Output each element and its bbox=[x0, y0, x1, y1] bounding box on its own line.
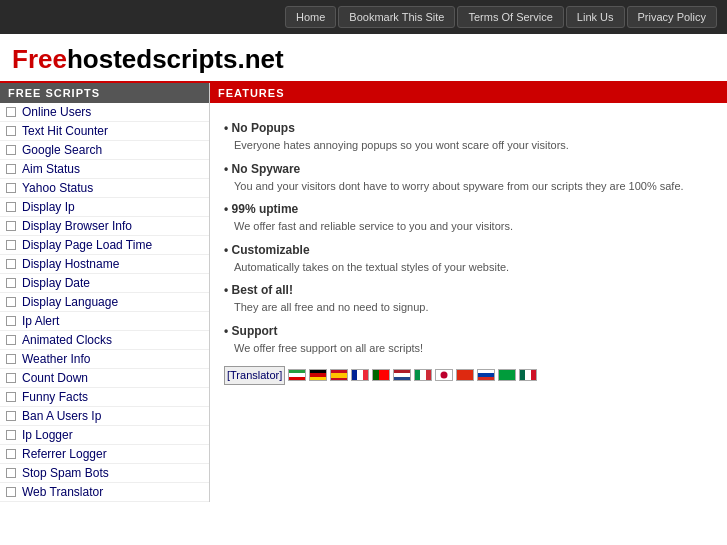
sidebar-checkbox bbox=[6, 164, 16, 174]
sidebar-item[interactable]: Referrer Logger bbox=[0, 445, 209, 464]
sidebar-item-label: Display Browser Info bbox=[22, 219, 132, 233]
sidebar-items-list: Online UsersText Hit CounterGoogle Searc… bbox=[0, 103, 209, 502]
sidebar-checkbox bbox=[6, 297, 16, 307]
sidebar-item-label: Stop Spam Bots bbox=[22, 466, 109, 480]
sidebar-item-label: Google Search bbox=[22, 143, 102, 157]
feature-description: We offer free support on all are scripts… bbox=[234, 340, 713, 357]
flag-flag-ir[interactable] bbox=[288, 369, 306, 381]
sidebar-checkbox bbox=[6, 392, 16, 402]
flag-flag-ru[interactable] bbox=[477, 369, 495, 381]
nav-home[interactable]: Home bbox=[285, 6, 336, 28]
nav-privacy[interactable]: Privacy Policy bbox=[627, 6, 717, 28]
feature-title: Support bbox=[224, 322, 713, 340]
sidebar-item-label: Aim Status bbox=[22, 162, 80, 176]
sidebar-checkbox bbox=[6, 107, 16, 117]
sidebar-item-label: Referrer Logger bbox=[22, 447, 107, 461]
sidebar-checkbox bbox=[6, 335, 16, 345]
sidebar-item-label: Web Translator bbox=[22, 485, 103, 499]
sidebar-item[interactable]: Online Users bbox=[0, 103, 209, 122]
sidebar-item-label: Funny Facts bbox=[22, 390, 88, 404]
sidebar-checkbox bbox=[6, 449, 16, 459]
sidebar-item-label: Display Hostname bbox=[22, 257, 119, 271]
sidebar-item-label: Online Users bbox=[22, 105, 91, 119]
feature-title: 99% uptime bbox=[224, 200, 713, 218]
sidebar-item[interactable]: Display Page Load Time bbox=[0, 236, 209, 255]
sidebar-checkbox bbox=[6, 202, 16, 212]
sidebar-item[interactable]: Aim Status bbox=[0, 160, 209, 179]
feature-description: Automatically takes on the textual style… bbox=[234, 259, 713, 276]
sidebar-item-label: Animated Clocks bbox=[22, 333, 112, 347]
sidebar-item[interactable]: Display Ip bbox=[0, 198, 209, 217]
sidebar-header: FREE SCRIPTS bbox=[0, 83, 209, 103]
sidebar-item[interactable]: Text Hit Counter bbox=[0, 122, 209, 141]
sidebar-item[interactable]: Stop Spam Bots bbox=[0, 464, 209, 483]
logo-free: Free bbox=[12, 44, 67, 74]
nav-bookmark[interactable]: Bookmark This Site bbox=[338, 6, 455, 28]
sidebar-item[interactable]: Yahoo Status bbox=[0, 179, 209, 198]
flag-flag-br[interactable] bbox=[498, 369, 516, 381]
feature-description: Everyone hates annoying popups so you wo… bbox=[234, 137, 713, 154]
sidebar-checkbox bbox=[6, 183, 16, 193]
sidebar-item[interactable]: Funny Facts bbox=[0, 388, 209, 407]
sidebar-item[interactable]: Web Translator bbox=[0, 483, 209, 502]
sidebar-checkbox bbox=[6, 430, 16, 440]
main-layout: FREE SCRIPTS Online UsersText Hit Counte… bbox=[0, 83, 727, 502]
sidebar-item-label: Ip Logger bbox=[22, 428, 73, 442]
flag-flag-jp[interactable] bbox=[435, 369, 453, 381]
sidebar-item[interactable]: Ip Alert bbox=[0, 312, 209, 331]
sidebar-checkbox bbox=[6, 487, 16, 497]
sidebar-checkbox bbox=[6, 126, 16, 136]
sidebar-checkbox bbox=[6, 259, 16, 269]
sidebar-item-label: Display Date bbox=[22, 276, 90, 290]
sidebar-item[interactable]: Ip Logger bbox=[0, 426, 209, 445]
feature-title: No Popups bbox=[224, 119, 713, 137]
sidebar-item-label: Text Hit Counter bbox=[22, 124, 108, 138]
sidebar-item-label: Ban A Users Ip bbox=[22, 409, 101, 423]
sidebar-item[interactable]: Count Down bbox=[0, 369, 209, 388]
site-logo: Freehostedscripts.net bbox=[12, 44, 715, 75]
sidebar-item-label: Yahoo Status bbox=[22, 181, 93, 195]
sidebar-item[interactable]: Display Hostname bbox=[0, 255, 209, 274]
sidebar-item[interactable]: Display Browser Info bbox=[0, 217, 209, 236]
flag-flag-it[interactable] bbox=[414, 369, 432, 381]
translator-link[interactable]: [Translator] bbox=[224, 366, 285, 385]
sidebar-item-label: Display Language bbox=[22, 295, 118, 309]
sidebar-checkbox bbox=[6, 411, 16, 421]
top-navigation: HomeBookmark This SiteTerms Of ServiceLi… bbox=[0, 0, 727, 34]
sidebar-item[interactable]: Weather Info bbox=[0, 350, 209, 369]
content-header: FEATURES bbox=[210, 83, 727, 103]
flag-flag-cn[interactable] bbox=[456, 369, 474, 381]
sidebar-item-label: Count Down bbox=[22, 371, 88, 385]
flag-flag-fr[interactable] bbox=[351, 369, 369, 381]
sidebar-checkbox bbox=[6, 221, 16, 231]
features-section: No PopupsEveryone hates annoying popups … bbox=[210, 103, 727, 395]
feature-description: You and your visitors dont have to worry… bbox=[234, 178, 713, 195]
feature-title: Best of all! bbox=[224, 281, 713, 299]
flag-flag-es[interactable] bbox=[330, 369, 348, 381]
sidebar-item[interactable]: Ban A Users Ip bbox=[0, 407, 209, 426]
sidebar-checkbox bbox=[6, 240, 16, 250]
sidebar: FREE SCRIPTS Online UsersText Hit Counte… bbox=[0, 83, 210, 502]
flag-flag-pt[interactable] bbox=[372, 369, 390, 381]
sidebar-item-label: Weather Info bbox=[22, 352, 90, 366]
sidebar-checkbox bbox=[6, 468, 16, 478]
feature-title: Customizable bbox=[224, 241, 713, 259]
sidebar-item[interactable]: Display Language bbox=[0, 293, 209, 312]
nav-tos[interactable]: Terms Of Service bbox=[457, 6, 563, 28]
sidebar-checkbox bbox=[6, 354, 16, 364]
logo-rest: hostedscripts.net bbox=[67, 44, 284, 74]
flag-flag-de[interactable] bbox=[309, 369, 327, 381]
sidebar-item[interactable]: Animated Clocks bbox=[0, 331, 209, 350]
sidebar-item[interactable]: Google Search bbox=[0, 141, 209, 160]
sidebar-item-label: Display Ip bbox=[22, 200, 75, 214]
nav-link-us[interactable]: Link Us bbox=[566, 6, 625, 28]
content-area: FEATURES No PopupsEveryone hates annoyin… bbox=[210, 83, 727, 502]
flag-flag-nl[interactable] bbox=[393, 369, 411, 381]
logo-area: Freehostedscripts.net bbox=[0, 34, 727, 83]
sidebar-item[interactable]: Display Date bbox=[0, 274, 209, 293]
sidebar-checkbox bbox=[6, 278, 16, 288]
sidebar-checkbox bbox=[6, 373, 16, 383]
sidebar-checkbox bbox=[6, 145, 16, 155]
flag-flag-mx[interactable] bbox=[519, 369, 537, 381]
feature-description: They are all free and no need to signup. bbox=[234, 299, 713, 316]
